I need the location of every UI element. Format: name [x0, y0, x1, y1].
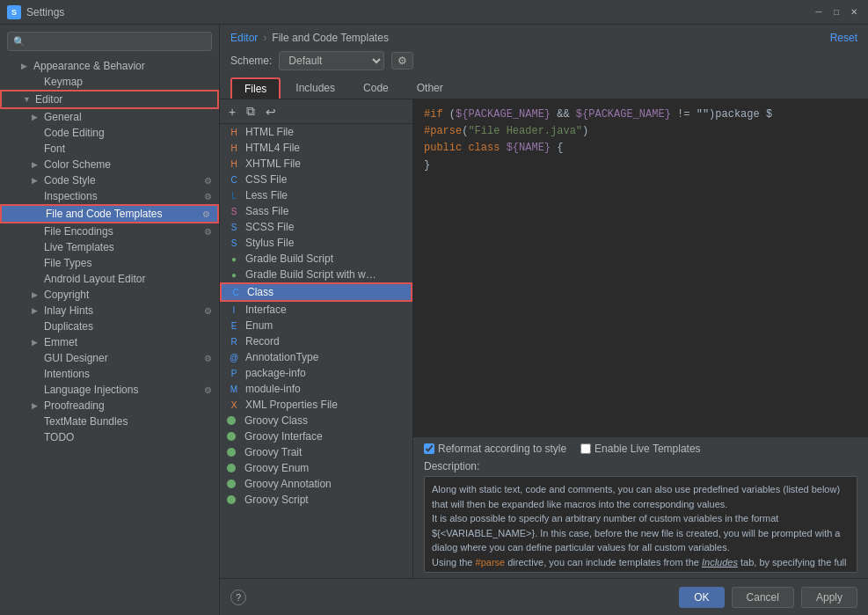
- file-item-label: Groovy Trait: [244, 446, 302, 458]
- file-item-html[interactable]: H HTML File: [220, 124, 412, 140]
- sidebar-item-label: Font: [44, 143, 65, 155]
- maximize-button[interactable]: □: [829, 5, 843, 19]
- sidebar-item-color-scheme[interactable]: ▶ Color Scheme: [0, 157, 219, 172]
- groovy-script-icon: [227, 495, 236, 504]
- reformat-checkbox[interactable]: [424, 443, 434, 454]
- sidebar-item-editor[interactable]: ▼ Editor: [0, 90, 219, 109]
- reformat-label: Reformat according to style: [438, 443, 566, 455]
- file-item-less[interactable]: L Less File: [220, 187, 412, 203]
- sidebar-item-language-injections[interactable]: Language Injections ⚙: [0, 382, 219, 398]
- add-file-button[interactable]: +: [225, 104, 239, 120]
- gradle-wrap-file-icon: ●: [227, 268, 241, 281]
- scheme-row: Scheme: Default ⚙: [230, 51, 857, 70]
- sidebar-item-appearance[interactable]: ▶ Appearance & Behavior: [0, 58, 219, 74]
- file-item-module-info[interactable]: M module-info: [220, 381, 412, 397]
- sidebar-item-label: Color Scheme: [44, 158, 111, 171]
- sidebar-item-inspections[interactable]: Inspections ⚙: [0, 188, 219, 204]
- sidebar-item-copyright[interactable]: ▶ Copyright: [0, 287, 219, 303]
- file-item-gradle[interactable]: ● Gradle Build Script: [220, 251, 412, 267]
- sidebar: 🔍 ▶ Appearance & Behavior Keymap ▼ Edito…: [0, 25, 220, 615]
- file-item-groovy-class[interactable]: Groovy Class: [220, 413, 412, 428]
- code-line-1: #if (${PACKAGE_NAME} && ${PACKAGE_NAME} …: [424, 106, 857, 123]
- sidebar-item-duplicates[interactable]: Duplicates: [0, 318, 219, 334]
- enum-file-icon: E: [227, 319, 241, 332]
- file-item-record[interactable]: R Record: [220, 333, 412, 349]
- reset-button[interactable]: Reset: [830, 32, 857, 44]
- file-item-groovy-trait[interactable]: Groovy Trait: [220, 444, 412, 460]
- file-item-groovy-interface[interactable]: Groovy Interface: [220, 428, 412, 444]
- sidebar-item-intentions[interactable]: Intentions: [0, 366, 219, 382]
- file-item-stylus[interactable]: S Stylus File: [220, 235, 412, 251]
- sidebar-item-file-encodings[interactable]: File Encodings ⚙: [0, 223, 219, 239]
- file-item-groovy-script[interactable]: Groovy Script: [220, 492, 412, 508]
- code-panel: #if (${PACKAGE_NAME} && ${PACKAGE_NAME} …: [413, 99, 868, 578]
- sidebar-item-file-code-templates[interactable]: File and Code Templates ⚙: [0, 204, 219, 223]
- sidebar-item-label: File and Code Templates: [46, 208, 163, 220]
- apply-button[interactable]: Apply: [801, 587, 857, 608]
- file-item-class[interactable]: C Class: [220, 282, 412, 302]
- file-item-css[interactable]: C CSS File: [220, 172, 412, 187]
- file-item-html4[interactable]: H HTML4 File: [220, 140, 412, 156]
- sidebar-item-live-templates[interactable]: Live Templates: [0, 239, 219, 255]
- sidebar-item-label: File Types: [44, 257, 91, 269]
- sidebar-item-todo[interactable]: TODO: [0, 429, 219, 445]
- cancel-button[interactable]: Cancel: [732, 587, 794, 608]
- icon-indicator: ⚙: [204, 192, 212, 201]
- file-item-sass[interactable]: S Sass File: [220, 203, 412, 219]
- close-button[interactable]: ✕: [847, 5, 861, 19]
- file-item-label: Sass File: [245, 205, 288, 217]
- sidebar-item-font[interactable]: Font: [0, 141, 219, 157]
- search-box[interactable]: 🔍: [7, 32, 212, 51]
- sidebar-item-label: Copyright: [44, 289, 89, 301]
- live-templates-checkbox-label[interactable]: Enable Live Templates: [580, 443, 701, 455]
- arrow-icon: ▶: [32, 290, 40, 299]
- reformat-checkbox-label[interactable]: Reformat according to style: [424, 443, 566, 455]
- sidebar-item-general[interactable]: ▶ General: [0, 109, 219, 125]
- sidebar-item-android-layout[interactable]: Android Layout Editor: [0, 271, 219, 287]
- file-item-package-info[interactable]: P package-info: [220, 365, 412, 381]
- arrow-icon: ▶: [32, 176, 40, 185]
- sidebar-item-code-editing[interactable]: Code Editing: [0, 125, 219, 141]
- file-item-annotation[interactable]: @ AnnotationType: [220, 349, 412, 365]
- sidebar-item-label: Keymap: [44, 76, 83, 88]
- sidebar-item-label: General: [44, 111, 82, 123]
- file-item-interface[interactable]: I Interface: [220, 302, 412, 318]
- sidebar-item-file-types[interactable]: File Types: [0, 255, 219, 271]
- file-item-label: Groovy Interface: [244, 430, 323, 443]
- file-item-xhtml[interactable]: H XHTML File: [220, 156, 412, 172]
- tab-code[interactable]: Code: [350, 77, 402, 99]
- file-item-scss[interactable]: S SCSS File: [220, 219, 412, 235]
- file-item-xml-properties[interactable]: X XML Properties File: [220, 397, 412, 413]
- sidebar-item-code-style[interactable]: ▶ Code Style ⚙: [0, 172, 219, 188]
- sidebar-item-gui-designer[interactable]: GUI Designer ⚙: [0, 350, 219, 366]
- scheme-select[interactable]: Default: [279, 51, 384, 70]
- sidebar-item-proofreading[interactable]: ▶ Proofreading: [0, 398, 219, 414]
- file-item-groovy-annotation[interactable]: Groovy Annotation: [220, 476, 412, 492]
- copy-file-button[interactable]: ⧉: [243, 103, 259, 120]
- tab-includes[interactable]: Includes: [282, 77, 348, 99]
- ok-button[interactable]: OK: [679, 587, 724, 608]
- groovy-annotation-icon: [227, 480, 236, 488]
- file-item-enum[interactable]: E Enum: [220, 318, 412, 333]
- search-input[interactable]: [29, 35, 206, 48]
- revert-file-button[interactable]: ↩: [262, 104, 280, 120]
- file-item-label: Less File: [245, 189, 288, 201]
- file-item-label: SCSS File: [245, 221, 294, 233]
- tab-other[interactable]: Other: [404, 77, 456, 99]
- sidebar-item-emmet[interactable]: ▶ Emmet: [0, 334, 219, 350]
- breadcrumb-editor[interactable]: Editor: [230, 32, 258, 44]
- sidebar-item-inlay-hints[interactable]: ▶ Inlay Hints ⚙: [0, 303, 219, 318]
- file-item-label: Gradle Build Script: [245, 253, 333, 265]
- tab-files[interactable]: Files: [230, 77, 281, 99]
- file-item-gradle-wrap[interactable]: ● Gradle Build Script with wrapp: [220, 267, 412, 282]
- code-editor[interactable]: #if (${PACKAGE_NAME} && ${PACKAGE_NAME} …: [413, 99, 868, 436]
- arrow-icon: ▶: [32, 160, 40, 169]
- sidebar-item-textmate[interactable]: TextMate Bundles: [0, 414, 219, 429]
- footer: ? OK Cancel Apply: [220, 578, 868, 615]
- file-item-groovy-enum[interactable]: Groovy Enum: [220, 460, 412, 476]
- scheme-gear-button[interactable]: ⚙: [391, 52, 413, 70]
- help-button[interactable]: ?: [230, 589, 246, 605]
- sidebar-item-keymap[interactable]: Keymap: [0, 74, 219, 90]
- minimize-button[interactable]: ─: [812, 5, 826, 19]
- live-templates-checkbox[interactable]: [580, 443, 591, 454]
